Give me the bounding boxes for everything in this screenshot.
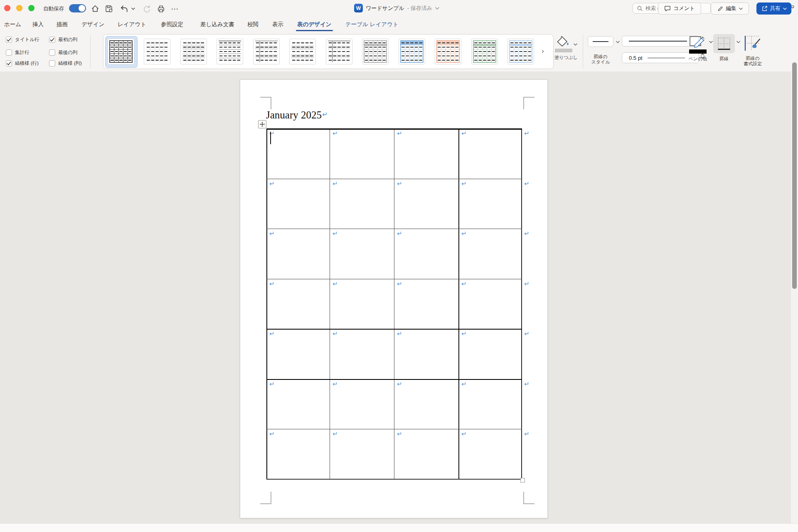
style-thumbnail-grid-green[interactable] bbox=[471, 39, 498, 64]
print-button[interactable] bbox=[155, 3, 166, 14]
cell-paragraph-mark: ↵ bbox=[269, 181, 275, 187]
border-painter-button[interactable]: 罫線の書式設定 bbox=[742, 34, 763, 70]
checkbox-1-0[interactable]: 最初の列 bbox=[49, 37, 77, 43]
cell-paragraph-mark: ↵ bbox=[269, 281, 275, 287]
save-button[interactable] bbox=[103, 3, 114, 14]
shading-fill-button[interactable]: 塗りつぶし bbox=[554, 35, 578, 70]
fill-label: 塗りつぶし bbox=[552, 55, 581, 60]
share-icon bbox=[761, 5, 768, 12]
margin-corner-mark-top-right bbox=[523, 97, 534, 109]
fill-chevron-icon bbox=[574, 43, 577, 46]
document-title: ワードサンプル bbox=[366, 5, 404, 12]
style-thumbnail-plain-light[interactable] bbox=[144, 39, 170, 64]
more-commands-button[interactable]: ⋯ bbox=[169, 3, 180, 14]
tab-5[interactable]: 参照設定 bbox=[161, 17, 183, 32]
tab-label: レイアウト bbox=[118, 21, 146, 28]
pen-color-button[interactable]: ペンの色 bbox=[688, 34, 707, 70]
calendar-table[interactable]: ↵↵↵↵↵↵↵↵↵↵↵↵↵↵↵↵↵↵↵↵↵↵↵↵↵↵↵↵↵↵↵↵↵↵↵ bbox=[266, 128, 522, 480]
style-thumbnail-grid-lightblue[interactable] bbox=[507, 39, 534, 64]
checkbox-0-0[interactable]: タイトル行 bbox=[6, 37, 39, 43]
border-style-chevron-icon[interactable] bbox=[616, 41, 620, 43]
cell-paragraph-mark: ↵ bbox=[332, 131, 338, 137]
table-move-handle[interactable] bbox=[258, 120, 266, 128]
close-window-button[interactable] bbox=[4, 5, 10, 11]
border-painter-brush-icon bbox=[743, 34, 762, 53]
table-border-horizontal bbox=[266, 429, 522, 429]
comment-icon bbox=[664, 5, 671, 12]
tab-2[interactable]: 描画 bbox=[57, 17, 68, 32]
document-page[interactable]: January 2025 ↵ ↵↵↵↵↵↵↵↵↵↵↵↵↵↵↵↵↵↵↵↵↵↵↵↵↵… bbox=[240, 79, 548, 518]
paint-bucket-icon bbox=[556, 36, 570, 48]
cell-paragraph-mark: ↵ bbox=[397, 281, 402, 287]
style-thumbnail-horizontal-lines[interactable] bbox=[217, 39, 243, 64]
tab-0[interactable]: ホーム bbox=[4, 17, 21, 32]
home-button[interactable] bbox=[90, 3, 101, 14]
share-button[interactable]: 共有 bbox=[756, 2, 791, 15]
checkbox-0-2[interactable]: 縞模様 (行) bbox=[6, 60, 39, 66]
row-end-mark: ↵ bbox=[524, 231, 530, 237]
checkbox-label: タイトル行 bbox=[15, 37, 39, 43]
zoom-window-button[interactable] bbox=[28, 5, 34, 11]
gallery-more-icon: › bbox=[542, 47, 544, 55]
table-border-horizontal bbox=[266, 379, 522, 380]
gallery-more-button[interactable]: › bbox=[539, 47, 547, 55]
border-style-dropdown[interactable] bbox=[588, 36, 613, 47]
tab-6[interactable]: 差し込み文書 bbox=[200, 17, 234, 32]
style-thumbnail-grid-blue[interactable] bbox=[399, 39, 425, 64]
undo-button[interactable] bbox=[118, 3, 129, 14]
borders-button[interactable] bbox=[713, 34, 735, 53]
cell-paragraph-mark: ↵ bbox=[397, 131, 402, 137]
cell-paragraph-mark: ↵ bbox=[461, 331, 467, 337]
table-border-horizontal bbox=[266, 279, 522, 279]
tab-1[interactable]: 挿入 bbox=[32, 17, 44, 32]
style-thumbnail-header-first-col[interactable] bbox=[253, 39, 280, 64]
style-thumbnail-banded-shade[interactable] bbox=[289, 39, 316, 64]
editing-mode-button[interactable]: 編集 bbox=[711, 2, 749, 15]
style-thumbnail-grid-orange[interactable] bbox=[435, 39, 461, 64]
checkbox-1-2[interactable]: 縞模様 (列) bbox=[49, 60, 82, 66]
checkbox-unchecked-icon bbox=[49, 60, 55, 66]
pen-color-chevron-icon[interactable] bbox=[709, 41, 713, 43]
table-border-vertical bbox=[394, 128, 394, 480]
cell-paragraph-mark: ↵ bbox=[461, 431, 467, 437]
tab-7[interactable]: 校閲 bbox=[247, 17, 259, 32]
autosave-toggle[interactable] bbox=[69, 4, 86, 12]
style-thumbnail-first-col-line[interactable] bbox=[326, 39, 352, 64]
line-weight-preview bbox=[648, 58, 685, 58]
style-thumbnail-banded-light[interactable] bbox=[180, 39, 207, 64]
table-border-vertical bbox=[521, 128, 522, 480]
title-chevron-icon bbox=[435, 7, 439, 10]
comments-button[interactable]: コメント bbox=[658, 2, 701, 15]
redo-button[interactable] bbox=[141, 3, 152, 14]
checkbox-unchecked-icon bbox=[6, 49, 12, 56]
heading-line[interactable]: January 2025 ↵ bbox=[266, 109, 328, 121]
table-border-vertical bbox=[458, 128, 459, 480]
undo-dropdown-chevron[interactable] bbox=[130, 3, 136, 14]
line-style-dropdown[interactable] bbox=[622, 36, 699, 47]
table-resize-handle[interactable] bbox=[520, 478, 525, 483]
active-tab-underline bbox=[296, 30, 333, 31]
search-icon bbox=[637, 5, 643, 12]
minimize-window-button[interactable] bbox=[16, 5, 22, 11]
tab-8[interactable]: 表示 bbox=[272, 17, 283, 32]
cell-paragraph-mark: ↵ bbox=[332, 231, 338, 237]
style-thumbnail-grid-gray[interactable] bbox=[362, 39, 389, 64]
checkbox-label: 集計行 bbox=[15, 49, 30, 56]
checkbox-label: 縞模様 (行) bbox=[15, 60, 39, 66]
word-app-icon: W bbox=[354, 4, 363, 12]
cell-paragraph-mark: ↵ bbox=[269, 381, 275, 387]
row-end-mark: ↵ bbox=[524, 281, 530, 287]
borders-chevron-icon[interactable] bbox=[736, 41, 740, 43]
checkbox-1-1[interactable]: 最後の列 bbox=[49, 49, 77, 56]
document-title-group[interactable]: W ワードサンプル - 保存済み bbox=[354, 4, 439, 12]
tab-4[interactable]: レイアウト bbox=[118, 17, 146, 32]
tab-10[interactable]: テーブル レイアウト bbox=[345, 17, 399, 32]
style-thumbnail-grid-black[interactable] bbox=[108, 39, 134, 64]
checkbox-0-1[interactable]: 集計行 bbox=[6, 49, 30, 56]
tab-9[interactable]: 表のデザイン bbox=[297, 17, 332, 32]
scrollbar-thumb[interactable] bbox=[792, 62, 797, 289]
tab-3[interactable]: デザイン bbox=[81, 17, 104, 32]
toggle-knob bbox=[79, 5, 85, 12]
checkbox-unchecked-icon bbox=[49, 49, 55, 56]
print-icon bbox=[157, 5, 165, 13]
